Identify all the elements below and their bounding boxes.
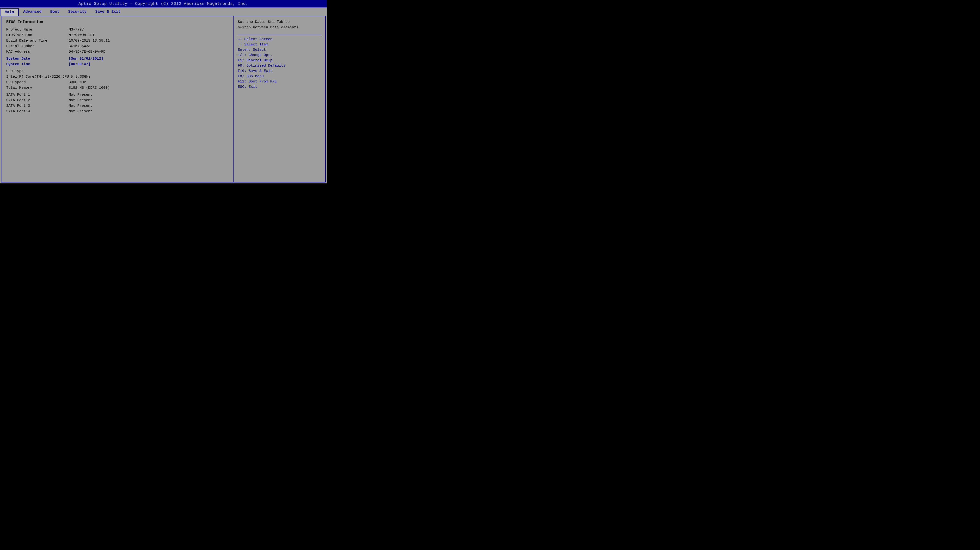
key-f1-help: F1: General Help [238,58,321,62]
sata1-row: SATA Port 1 Not Present [6,93,229,97]
cpu-speed-value: 3300 MHz [69,80,86,84]
key-f9-defaults: F9: Optimized Defaults [238,64,321,68]
bios-version-row: BIOS Version M7797W08.20I [6,33,229,37]
key-change-opt: +/-: Change Opt. [238,53,321,57]
menu-item-security[interactable]: Security [64,8,91,16]
build-date-row: Build Date and Time 10/09/2013 13:58:11 [6,39,229,43]
system-date-row[interactable]: System Date [Sun 01/01/2012] [6,57,229,61]
key-f12-boot: F12: Boot From PXE [238,80,321,84]
menu-item-save-exit[interactable]: Save & Exit [91,8,125,16]
sata2-label: SATA Port 2 [6,98,69,102]
mac-address-label: MAC Address [6,50,69,54]
build-date-value: 10/09/2013 13:58:11 [69,39,110,43]
key-select-screen: ↔: Select Screen [238,37,321,41]
sata4-row: SATA Port 4 Not Present [6,109,229,113]
system-time-row[interactable]: System Time [00:00:47] [6,62,229,66]
key-select-item: ↕: Select Item [238,43,321,47]
bios-version-value: M7797W08.20I [69,33,95,37]
system-time-label: System Time [6,62,69,66]
key-help: ↔: Select Screen ↕: Select Item Enter: S… [238,37,321,89]
sata4-label: SATA Port 4 [6,109,69,113]
bios-info-title: BIOS Information [6,20,229,24]
system-date-label: System Date [6,57,69,61]
key-enter-select: Enter: Select [238,48,321,52]
system-date-value[interactable]: [Sun 01/01/2012] [69,57,103,61]
cpu-type-label: CPU Type [6,69,69,73]
sata2-value: Not Present [69,98,92,102]
content-area: BIOS Information Project Name MS-7797 BI… [1,16,326,182]
build-date-label: Build Date and Time [6,39,69,43]
serial-number-row: Serial Number CC16736423 [6,44,229,48]
serial-number-value: CC16736423 [69,44,90,48]
bios-version-label: BIOS Version [6,33,69,37]
total-memory-label: Total Memory [6,86,69,90]
sata1-label: SATA Port 1 [6,93,69,97]
cpu-type-row: CPU Type [6,69,229,73]
cpu-speed-row: CPU Speed 3300 MHz [6,80,229,84]
cpu-type-full: Intel(R) Core(TM) i3-3220 CPU @ 3.30GHz [6,75,229,79]
project-name-label: Project Name [6,28,69,32]
total-memory-row: Total Memory 8192 MB (DDR3 1600) [6,86,229,90]
mac-address-row: MAC Address D4-3D-7E-6B-9A-FD [6,50,229,54]
side-panel: Set the Date. Use Tab to switch between … [234,16,325,182]
mac-address-value: D4-3D-7E-6B-9A-FD [69,50,105,54]
key-esc-exit: ESC: Exit [238,85,321,89]
cpu-speed-label: CPU Speed [6,80,69,84]
sata3-row: SATA Port 3 Not Present [6,104,229,108]
help-line2: switch between Date elements. [238,26,301,30]
menu-bar: Main Advanced Boot Security Save & Exit [0,8,327,16]
help-text: Set the Date. Use Tab to switch between … [238,19,321,30]
side-divider-top [238,35,321,35]
menu-item-advanced[interactable]: Advanced [19,8,46,16]
sata1-value: Not Present [69,93,92,97]
bios-screen: Aptio Setup Utility - Copyright (C) 2012… [0,0,327,183]
sata2-row: SATA Port 2 Not Present [6,98,229,102]
main-panel: BIOS Information Project Name MS-7797 BI… [2,16,234,182]
menu-item-boot[interactable]: Boot [46,8,64,16]
help-line1: Set the Date. Use Tab to [238,20,290,24]
project-name-row: Project Name MS-7797 [6,28,229,32]
menu-item-main[interactable]: Main [0,8,19,16]
serial-number-label: Serial Number [6,44,69,48]
title-text: Aptio Setup Utility - Copyright (C) 2012… [78,2,248,6]
key-f8-bbs: F8: BBS Menu [238,74,321,78]
sata4-value: Not Present [69,109,92,113]
sata3-value: Not Present [69,104,92,108]
project-name-value: MS-7797 [69,28,84,32]
title-bar: Aptio Setup Utility - Copyright (C) 2012… [0,0,327,8]
system-time-value[interactable]: [00:00:47] [69,62,90,66]
total-memory-value: 8192 MB (DDR3 1600) [69,86,110,90]
key-f10-save: F10: Save & Exit [238,69,321,73]
sata3-label: SATA Port 3 [6,104,69,108]
